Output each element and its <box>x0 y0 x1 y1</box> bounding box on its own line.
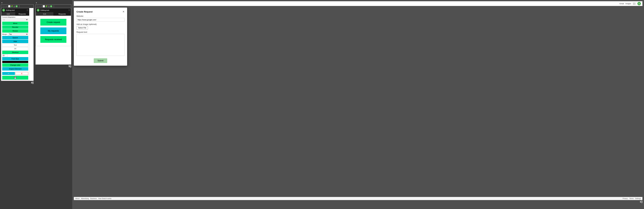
image-label: Add an image (optional): <box>76 23 124 25</box>
chevron-b: ▼ <box>36 1 37 4</box>
website-input[interactable] <box>76 18 124 22</box>
bookmark-icon: ☆ <box>6 5 8 7</box>
reorder-btn[interactable]: Reorder <box>2 25 28 29</box>
margin-row: Margin: Top Bottom Left Right <box>2 33 28 36</box>
dot3 <box>635 3 635 3</box>
margin-label: Margin: <box>2 33 8 35</box>
shortcut-btn[interactable]: Shortcut <box>2 51 28 54</box>
tab-requests-a[interactable]: Requests <box>15 12 29 16</box>
create-request-btn[interactable]: Create request <box>40 19 66 25</box>
toolbar-a: ⬛ ↑ ☆ 🧩 ◫ S ⋮ <box>1 4 34 8</box>
inspect-btn[interactable]: Inspect Element <box>2 67 28 71</box>
undo-btn[interactable]: ↩ <box>2 72 15 75</box>
dialog-header: Create Request ✕ <box>76 10 124 13</box>
url-btn[interactable]: Url <box>2 47 28 50</box>
tab-edit-b[interactable]: Edit <box>36 12 54 16</box>
my-requests-btn[interactable]: My requests <box>40 27 66 34</box>
dot4 <box>633 3 634 4</box>
section-label-c: c) <box>640 200 642 203</box>
extension-panel-a: S Editing-tool ⓘ Edit Requests Current A… <box>1 8 29 81</box>
margin-select[interactable]: Top Bottom Left Right <box>8 33 28 36</box>
sidebar-icon-b: ◫ <box>48 5 50 7</box>
ext-logo-b: S <box>37 9 40 11</box>
select-file-btn[interactable]: Select File <box>76 26 88 29</box>
footer-btns-row: ↩ 🗑 <box>1 71 29 75</box>
more-menu-a[interactable]: ⋮ <box>18 5 20 7</box>
apps-grid-icon[interactable] <box>633 2 636 5</box>
sidebar-icon: ◫ <box>14 5 15 7</box>
change-color-btn[interactable]: Change color <box>2 63 28 67</box>
section-label-a: a) <box>31 81 34 84</box>
color-swatch <box>2 61 28 63</box>
text-btn[interactable]: Text <box>2 43 28 47</box>
dialog-wrapper: Create Request ✕ Website: Add an image (… <box>74 6 127 195</box>
font-size-btn[interactable]: Font-Size <box>2 57 28 60</box>
footer-save-row: 💾 <box>1 75 29 81</box>
footer-links-left: About Advertising Business How Search wo… <box>75 198 112 200</box>
extension-panel-b: S Editing-tool ⓘ Edit Requests Create re… <box>36 8 71 46</box>
gmail-link[interactable]: Gmail <box>619 3 624 4</box>
footer-terms[interactable]: Terms <box>630 198 634 200</box>
save-btn[interactable]: 💾 <box>2 76 28 80</box>
ext-title-a: Editing-tool <box>6 9 26 11</box>
tab-requests-b[interactable]: Requests <box>54 12 71 16</box>
share-icon-b: ↑ <box>39 5 40 7</box>
dialog-title: Create Request <box>76 10 93 13</box>
delete-btn[interactable]: 🗑 <box>16 72 28 75</box>
ext-header-a: S Editing-tool ⓘ <box>1 8 29 12</box>
chevron-a: ▼ <box>1 1 3 4</box>
move-btn[interactable]: Move <box>2 22 28 25</box>
adaptation-select-a[interactable]: --- <box>2 18 28 21</box>
more-menu-b[interactable]: ⋮ <box>53 5 55 7</box>
submit-btn[interactable]: Submit <box>94 58 107 63</box>
section-c: Gmail Images S Create Request ✕ <box>72 0 644 209</box>
browser-window-b: ⬛ ↑ ☆ 🧩 ◫ S ⋮ S Editing-tool ⓘ Edit <box>36 4 71 65</box>
dot7 <box>633 4 634 5</box>
section-a: ▼ ⬛ ↑ ☆ 🧩 ◫ S ⋮ S Editing-tool ⓘ <box>0 0 34 209</box>
requests-body: Create request My requests Requests rece… <box>36 16 71 46</box>
dot6 <box>635 3 635 4</box>
tab-edit-a[interactable]: Edit <box>1 12 15 16</box>
toolbar-b: ⬛ ↑ ☆ 🧩 ◫ S ⋮ <box>36 4 71 8</box>
dialog-close-btn[interactable]: ✕ <box>122 10 124 13</box>
dot8 <box>634 4 634 5</box>
ext-tabs-a: Edit Requests <box>1 12 29 16</box>
requests-received-btn[interactable]: Requests received <box>40 36 66 43</box>
browser-content-b: S Editing-tool ⓘ Edit Requests Create re… <box>36 8 71 64</box>
footer-privacy[interactable]: Privacy <box>623 198 628 200</box>
google-topbar: Gmail Images S <box>74 1 642 6</box>
hide-btn[interactable]: Hide <box>2 40 28 43</box>
website-label: Website: <box>76 15 124 17</box>
footer-links-right: Privacy Terms Settings <box>623 198 641 200</box>
dot5 <box>634 3 634 4</box>
section-b: ▼ ⬛ ↑ ☆ 🧩 ◫ S ⋮ S Editing-tool ⓘ <box>34 0 72 209</box>
spacer-btn[interactable]: Spacer <box>2 36 28 39</box>
share-icon: ↑ <box>5 5 6 7</box>
extension-square-icon <box>8 5 10 7</box>
footer-advertising[interactable]: Advertising <box>81 198 89 200</box>
browser-window-a: ⬛ ↑ ☆ 🧩 ◫ S ⋮ S Editing-tool ⓘ <box>1 4 34 81</box>
ext-logo-a: S <box>2 9 5 11</box>
request-text-label: Request text: <box>76 31 124 33</box>
user-avatar-a: S <box>16 5 18 7</box>
ext-info-b: ⓘ <box>68 9 70 11</box>
puzzle-icon: 🧩 <box>11 5 13 7</box>
footer-about[interactable]: About <box>75 198 80 200</box>
footer-how-search[interactable]: How Search works <box>98 198 111 200</box>
font-size-row <box>2 54 28 57</box>
footer-settings[interactable]: Settings <box>635 198 641 200</box>
resize-btn[interactable]: Resize <box>2 29 28 33</box>
user-avatar-c[interactable]: S <box>638 2 641 5</box>
dot2 <box>634 3 634 3</box>
font-size-input[interactable] <box>2 54 8 57</box>
adaptation-label-a: Current Adaptation: <box>2 16 28 18</box>
section-label-b: b) <box>68 65 71 68</box>
ext-body-a: Current Adaptation: --- Move Reorder Res… <box>1 16 29 71</box>
browser-content-a: S Editing-tool ⓘ Edit Requests Current A… <box>1 8 34 81</box>
google-footer: About Advertising Business How Search wo… <box>74 197 642 200</box>
request-text-input[interactable] <box>76 34 124 56</box>
footer-business[interactable]: Business <box>90 198 97 200</box>
ext-title-b: Editing-tool <box>40 9 68 11</box>
puzzle-icon-b: 🧩 <box>45 5 48 7</box>
images-link[interactable]: Images <box>626 3 631 4</box>
